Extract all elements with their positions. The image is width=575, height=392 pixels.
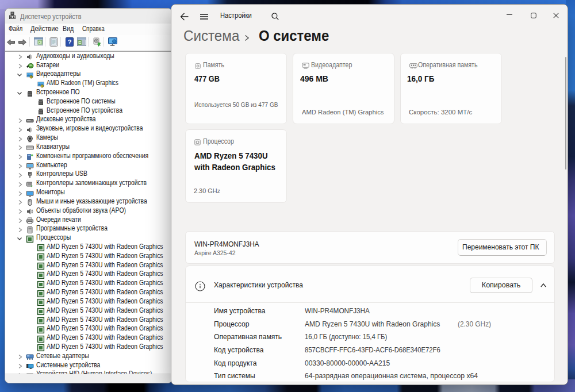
svg-text:?: ? [68,39,72,45]
